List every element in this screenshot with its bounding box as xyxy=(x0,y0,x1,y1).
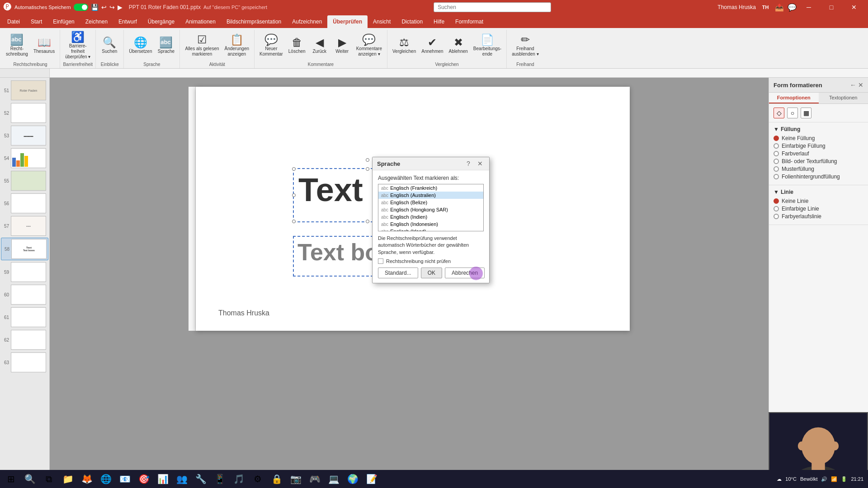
slide-thumb-62[interactable]: 62 xyxy=(1,329,48,351)
dialog-language-list[interactable]: abc Englisch (Frankreich) abc Englisch (… xyxy=(378,184,484,231)
taskbar-music[interactable]: 🎵 xyxy=(230,471,248,487)
barrierefreiheit-button[interactable]: ♿ Barriere-freiheitüberprüfen ▾ xyxy=(63,32,93,60)
radio-folien-hintergrund[interactable] xyxy=(774,174,779,179)
vergleichen-button[interactable]: ⚖ Vergleichen xyxy=(390,32,418,60)
tab-start[interactable]: Start xyxy=(25,15,47,28)
slide-thumb-63[interactable]: 63 xyxy=(1,352,48,373)
taskbar-computer[interactable]: 💻 xyxy=(325,471,343,487)
taskbar-explorer[interactable]: 📁 xyxy=(59,471,77,487)
rotate-handle[interactable] xyxy=(366,158,369,162)
option-farbverlauf[interactable]: Farbverlauf xyxy=(774,150,863,157)
tab-hilfe[interactable]: Hilfe xyxy=(428,15,450,28)
radio-einfarbige-fuellung[interactable] xyxy=(774,143,779,149)
taskbar-search[interactable]: 🔍 xyxy=(21,471,39,487)
handle-tm[interactable] xyxy=(366,167,369,171)
taskbar-phone[interactable]: 📱 xyxy=(211,471,229,487)
tab-textoptionen[interactable]: Textoptionen xyxy=(819,93,868,103)
dialog-ok-button[interactable]: OK xyxy=(421,267,442,278)
radio-bild-textur[interactable] xyxy=(774,159,779,164)
tab-aufzeichnen[interactable]: Aufzeichnen xyxy=(287,15,327,28)
save-icon[interactable]: 💾 xyxy=(91,4,99,11)
zurueck-button[interactable]: ◀ Zurück xyxy=(309,32,330,60)
uebersetzen-button[interactable]: 🌐 Übersetzen xyxy=(127,32,154,60)
slide-thumb-51[interactable]: 51 Roter Faden xyxy=(1,80,48,101)
share-icon[interactable]: 📤 xyxy=(775,3,784,12)
close-button[interactable]: ✕ xyxy=(844,0,864,14)
fuellung-header[interactable]: ▼ Füllung xyxy=(774,126,863,132)
loeschen-button[interactable]: 🗑 Löschen xyxy=(286,32,308,60)
tab-dictation[interactable]: Dictation xyxy=(396,15,428,28)
slide-thumb-53[interactable]: 53 ▬▬▬ xyxy=(1,125,48,146)
bearbeitungsende-button[interactable]: 📄 Bearbeitungs-ende xyxy=(471,32,504,60)
shape-icon-circle[interactable]: ○ xyxy=(787,108,798,118)
shape-icon-diamond[interactable]: ◇ xyxy=(774,108,784,118)
taskbar-outlook[interactable]: 📧 xyxy=(116,471,134,487)
taskbar-firefox[interactable]: 🦊 xyxy=(78,471,96,487)
kommentare-anzeigen-button[interactable]: 💬 Kommentareanzeigen ▾ xyxy=(354,32,384,60)
taskbar-excel[interactable]: 📊 xyxy=(154,471,172,487)
taskbar-speaker[interactable]: 🔊 xyxy=(821,476,827,482)
neuer-kommentar-button[interactable]: 💬 NeuerKommentar xyxy=(257,32,285,60)
panel-back-icon[interactable]: ← xyxy=(850,81,856,89)
comments-icon[interactable]: 💬 xyxy=(788,3,797,12)
maximize-button[interactable]: □ xyxy=(821,0,842,14)
tab-uebergaenge[interactable]: Übergänge xyxy=(142,15,180,28)
tab-formoptionen[interactable]: Formoptionen xyxy=(769,93,819,103)
lang-item-frankreich[interactable]: abc Englisch (Frankreich) xyxy=(378,184,483,192)
option-bild-textur[interactable]: Bild- oder Texturfüllung xyxy=(774,158,863,164)
tab-zeichnen[interactable]: Zeichnen xyxy=(80,15,113,28)
handle-tl[interactable] xyxy=(292,167,296,171)
tab-entwurf[interactable]: Entwurf xyxy=(113,15,142,28)
tab-ansicht[interactable]: Ansicht xyxy=(368,15,396,28)
radio-farbverlauf-linie[interactable] xyxy=(774,214,779,219)
tab-datei[interactable]: Datei xyxy=(2,15,25,28)
slide-thumb-61[interactable]: 61 xyxy=(1,306,48,328)
taskbar-chrome[interactable]: 🌐 xyxy=(97,471,115,487)
taskbar-settings[interactable]: ⚙ xyxy=(249,471,267,487)
undo-icon[interactable]: ↩ xyxy=(101,4,107,11)
radio-muster[interactable] xyxy=(774,166,779,172)
radio-keine-linie[interactable] xyxy=(774,198,779,204)
taskbar-tools[interactable]: 🔧 xyxy=(192,471,210,487)
autosave-toggle[interactable] xyxy=(74,4,88,11)
dialog-standard-button[interactable]: Standard... xyxy=(378,267,418,278)
option-folien-hintergrund[interactable]: Folienhintergrundfüllung xyxy=(774,174,863,180)
lang-item-australien[interactable]: abc Englisch (Australien) xyxy=(378,192,483,199)
present-icon[interactable]: ▶ xyxy=(118,4,123,11)
radio-keine-fuellung[interactable] xyxy=(774,136,779,141)
thesaurus-button[interactable]: 📖 Thesaurus xyxy=(31,32,57,60)
dialog-checkbox[interactable] xyxy=(378,258,383,264)
slide-thumb-52[interactable]: 52 xyxy=(1,102,48,124)
slide-thumb-58[interactable]: 58 Text Text boxes xyxy=(1,238,48,260)
taskbar-network[interactable]: 📶 xyxy=(831,476,837,482)
tab-formformat[interactable]: Formformat xyxy=(450,15,489,28)
start-button[interactable]: ⊞ xyxy=(2,471,20,487)
handle-ml[interactable] xyxy=(292,193,296,197)
lang-item-hongkong[interactable]: abc Englisch (Hongkong SAR) xyxy=(378,206,483,213)
redo-icon[interactable]: ↪ xyxy=(109,4,115,11)
handle-bm[interactable] xyxy=(366,220,369,223)
aenderungen-button[interactable]: 📋 Änderungenanzeigen xyxy=(222,32,252,60)
dialog-close-button[interactable]: ✕ xyxy=(476,160,485,167)
search-input[interactable] xyxy=(434,2,551,12)
tab-bildschirm[interactable]: Bildschirmpräsentation xyxy=(221,15,287,28)
option-keine-fuellung[interactable]: Keine Füllung xyxy=(774,135,863,141)
lang-item-belize[interactable]: abc Englisch (Belize) xyxy=(378,199,483,206)
slide-thumb-59[interactable]: 59 xyxy=(1,261,48,283)
freihand-button[interactable]: ✏ Freihandausblenden ▾ xyxy=(509,32,541,60)
slide-thumb-57[interactable]: 57 ▪▪▪▪ xyxy=(1,215,48,237)
radio-einfarbige-linie[interactable] xyxy=(774,206,779,211)
slide-thumb-54[interactable]: 54 xyxy=(1,147,48,169)
taskbar-security[interactable]: 🔒 xyxy=(268,471,286,487)
taskbar-taskview[interactable]: ⧉ xyxy=(40,471,58,487)
taskbar-world[interactable]: 🌍 xyxy=(344,471,362,487)
slide-thumb-55[interactable]: 55 xyxy=(1,170,48,192)
user-avatar[interactable]: TH xyxy=(760,1,771,13)
weiter-button[interactable]: ▶ Weiter xyxy=(331,32,353,60)
shape-icon-grid[interactable]: ▦ xyxy=(801,108,811,118)
suchen-button[interactable]: 🔍 Suchen xyxy=(99,32,120,60)
option-keine-linie[interactable]: Keine Linie xyxy=(774,198,863,204)
taskbar-battery[interactable]: 🔋 xyxy=(841,476,847,482)
lang-item-indien[interactable]: abc Englisch (Indien) xyxy=(378,213,483,221)
handle-bl[interactable] xyxy=(292,220,296,223)
